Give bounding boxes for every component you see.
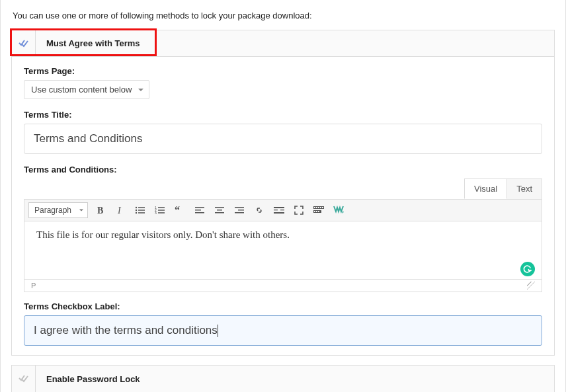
editor-toolbar: Paragraph B I: [24, 199, 542, 221]
chevron-down-icon: [138, 89, 143, 91]
toolbar-blockquote-button[interactable]: “: [173, 203, 187, 217]
svg-rect-19: [217, 210, 222, 211]
toolbar-bold-button[interactable]: B: [93, 203, 108, 217]
section-title-password: Enable Password Lock: [36, 374, 140, 384]
toolbar-alignleft-button[interactable]: [192, 203, 207, 217]
svg-rect-35: [314, 211, 315, 212]
intro-text: You can use one or more of following met…: [1, 0, 565, 30]
label-terms-page: Terms Page:: [24, 66, 542, 76]
label-terms-title: Terms Title:: [24, 110, 542, 120]
toolbar-wpdm-button[interactable]: [331, 203, 346, 217]
input-terms-title[interactable]: [24, 124, 542, 154]
svg-rect-33: [322, 207, 323, 208]
grammarly-icon[interactable]: [520, 262, 535, 276]
toolbar-readmore-button[interactable]: [272, 203, 286, 217]
section-password-lock: Enable Password Lock: [11, 365, 555, 392]
editor-tab-visual[interactable]: Visual: [464, 178, 507, 199]
input-checkbox-label[interactable]: I agree with the terms and conditions: [24, 315, 542, 346]
section-title-terms: Must Agree with Terms: [36, 38, 140, 48]
select-terms-page-value: Use custom content below: [31, 85, 132, 95]
toolbar-numlist-button[interactable]: 123: [153, 203, 167, 217]
svg-rect-27: [274, 212, 284, 214]
svg-rect-16: [195, 210, 201, 211]
text-caret: [218, 325, 218, 337]
svg-rect-26: [280, 210, 284, 210]
svg-rect-36: [316, 211, 317, 212]
toolbar-paragraph-select[interactable]: Paragraph: [28, 202, 88, 218]
chevron-down-icon: [79, 210, 83, 212]
toolbar-fullscreen-button[interactable]: [292, 203, 306, 217]
svg-text:3: 3: [155, 211, 157, 215]
toolbar-alignright-button[interactable]: [232, 203, 247, 217]
wysiwyg-editor: Visual Text Paragraph B I: [24, 178, 542, 292]
svg-rect-37: [318, 211, 319, 212]
resize-handle-icon[interactable]: [527, 282, 535, 290]
svg-rect-21: [235, 207, 244, 208]
svg-rect-13: [158, 212, 165, 214]
toolbar-italic-button[interactable]: I: [113, 203, 128, 217]
svg-text:B: B: [97, 206, 103, 215]
toolbar-aligncenter-button[interactable]: [212, 203, 227, 217]
section-header-terms[interactable]: Must Agree with Terms: [12, 30, 554, 57]
editor-status-bar: P: [24, 280, 542, 292]
editor-path: P: [31, 282, 36, 290]
editor-tab-text[interactable]: Text: [506, 178, 542, 199]
doublecheck-icon: [12, 30, 36, 56]
label-checkbox-text: Terms Checkbox Label:: [24, 301, 542, 311]
svg-point-6: [136, 212, 137, 214]
svg-rect-18: [215, 207, 224, 208]
svg-rect-5: [138, 210, 145, 211]
svg-rect-9: [158, 207, 165, 208]
svg-rect-20: [215, 212, 224, 214]
svg-rect-25: [274, 210, 278, 210]
svg-rect-30: [316, 207, 317, 208]
toolbar-link-button[interactable]: [252, 203, 266, 217]
toolbar-toggle-button[interactable]: [311, 203, 326, 217]
doublecheck-icon: [12, 366, 36, 392]
section-header-password[interactable]: Enable Password Lock: [12, 366, 554, 392]
section-terms-lock: Must Agree with Terms Terms Page: Use cu…: [11, 30, 555, 356]
toolbar-bulletlist-button[interactable]: [133, 203, 147, 217]
select-terms-page[interactable]: Use custom content below: [24, 80, 149, 99]
svg-text:I: I: [117, 206, 122, 215]
editor-content-area[interactable]: This file is for our regular visitors on…: [24, 221, 542, 280]
svg-rect-3: [138, 207, 145, 208]
svg-point-2: [136, 207, 137, 208]
svg-rect-7: [138, 212, 145, 214]
svg-point-4: [136, 210, 137, 211]
svg-rect-24: [274, 207, 284, 208]
svg-text:“: “: [175, 206, 180, 215]
svg-rect-31: [318, 207, 319, 208]
svg-rect-32: [320, 207, 321, 208]
svg-rect-29: [314, 207, 315, 208]
svg-rect-22: [238, 210, 244, 211]
svg-rect-11: [158, 210, 165, 211]
svg-rect-23: [235, 212, 244, 214]
svg-rect-17: [195, 212, 204, 214]
svg-rect-15: [195, 207, 204, 208]
label-terms-content: Terms and Conditions:: [24, 165, 542, 175]
